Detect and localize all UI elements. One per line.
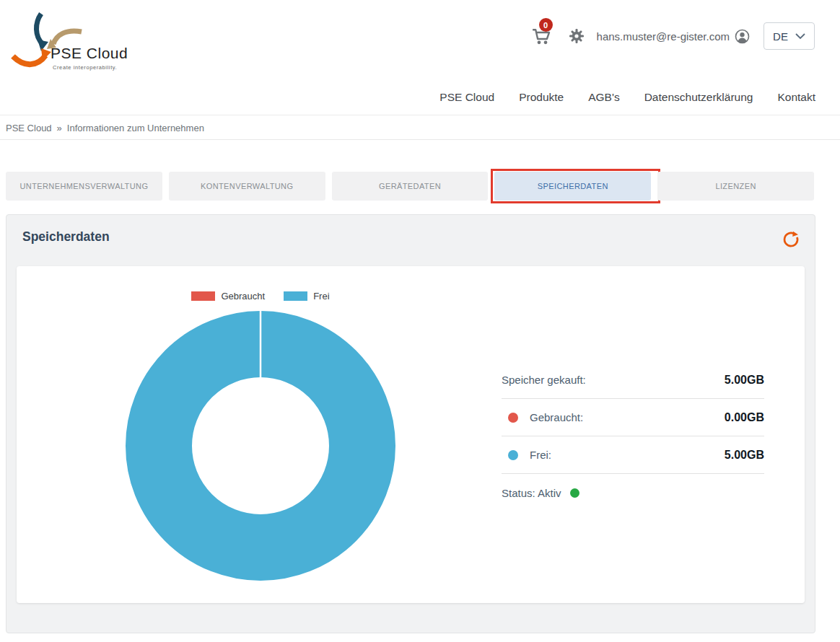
- user-email[interactable]: hans.muster@re-gister.com: [597, 30, 730, 43]
- legend-swatch-frei: [284, 291, 307, 301]
- status-active-dot: [570, 488, 579, 498]
- nav-item-kontakt[interactable]: Kontakt: [777, 91, 815, 104]
- legend-item-frei[interactable]: Frei: [284, 291, 329, 302]
- nav-item-agbs[interactable]: AGB's: [588, 91, 619, 104]
- gear-icon: [568, 27, 585, 45]
- chevron-down-icon: [795, 33, 805, 40]
- detail-label: Speicher gekauft:: [502, 374, 586, 386]
- account-button[interactable]: [734, 28, 751, 45]
- chart-legend: Gebraucht Frei: [17, 291, 504, 302]
- detail-label: Frei:: [530, 449, 551, 461]
- user-icon: [734, 28, 751, 45]
- nav-item-datenschutz[interactable]: Datenschutzerklärung: [644, 91, 753, 104]
- detail-dot: [508, 413, 518, 423]
- brand-tagline: Create interoperability.: [53, 64, 117, 71]
- refresh-icon: [782, 229, 800, 248]
- tab-unternehmensverwaltung[interactable]: UNTERNEHMENSVERWALTUNG: [6, 172, 162, 201]
- legend-item-gebraucht[interactable]: Gebraucht: [191, 291, 265, 302]
- nav-item-produkte[interactable]: Produkte: [519, 91, 564, 104]
- breadcrumb-separator: »: [57, 123, 62, 133]
- header-actions: 0 hans.muster@re-gister.com: [530, 22, 815, 50]
- detail-value: 0.00GB: [725, 411, 764, 424]
- tab-speicherdaten[interactable]: SPEICHERDATEN: [494, 172, 651, 201]
- legend-label: Gebraucht: [221, 291, 265, 302]
- main-nav: PSE Cloud Produkte AGB's Datenschutzerkl…: [0, 79, 840, 115]
- tab-geraetedaten[interactable]: GERÄTEDATEN: [332, 172, 489, 201]
- tab-label: KONTENVERWALTUNG: [201, 182, 293, 190]
- legend-label: Frei: [313, 291, 329, 302]
- cart-count-badge: 0: [539, 18, 553, 32]
- storage-details: Speicher gekauft: 5.00GB Gebraucht: 0.00…: [502, 361, 764, 509]
- nav-item-pse-cloud[interactable]: PSE Cloud: [439, 91, 494, 104]
- tab-label: LIZENZEN: [715, 182, 756, 190]
- language-selector[interactable]: DE: [764, 22, 815, 50]
- donut-chart-area: Gebraucht Frei: [17, 266, 504, 603]
- status-label: Status: Aktiv: [502, 487, 561, 499]
- settings-button[interactable]: [568, 27, 585, 45]
- tab-lizenzen[interactable]: LIZENZEN: [657, 172, 814, 201]
- pse-cloud-logo[interactable]: PSE Cloud Create interoperability.: [6, 4, 128, 76]
- status-row: Status: Aktiv: [502, 477, 764, 509]
- breadcrumb: PSE Cloud » Informationen zum Unternehme…: [0, 116, 840, 140]
- language-selected: DE: [773, 30, 788, 43]
- detail-row-speicher-gekauft: Speicher gekauft: 5.00GB: [502, 361, 764, 399]
- storage-card: Gebraucht Frei Speicher gekauft: 5.00GB: [17, 266, 805, 603]
- tab-kontenverwaltung[interactable]: KONTENVERWALTUNG: [169, 172, 325, 201]
- brand-name: PSE Cloud: [51, 45, 128, 62]
- detail-row-gebraucht: Gebraucht: 0.00GB: [502, 399, 764, 436]
- legend-swatch-gebraucht: [191, 291, 215, 301]
- detail-dot: [508, 450, 518, 460]
- tab-bar: UNTERNEHMENSVERWALTUNG KONTENVERWALTUNG …: [6, 172, 814, 201]
- tab-label: SPEICHERDATEN: [538, 182, 608, 190]
- detail-label: Gebraucht:: [530, 411, 583, 423]
- panel-title: Speicherdaten: [22, 229, 110, 245]
- detail-row-frei: Frei: 5.00GB: [502, 436, 764, 474]
- breadcrumb-current: Informationen zum Unternehmen: [67, 123, 204, 133]
- tab-label: UNTERNEHMENSVERWALTUNG: [19, 182, 148, 190]
- donut-chart: [126, 311, 395, 581]
- detail-value: 5.00GB: [725, 449, 764, 462]
- breadcrumb-root[interactable]: PSE Cloud: [6, 123, 52, 133]
- speicherdaten-panel: Speicherdaten Gebraucht Frei: [6, 214, 815, 633]
- page: PSE Cloud Create interoperability. 0: [0, 0, 840, 642]
- detail-value: 5.00GB: [725, 374, 764, 387]
- tab-label: GERÄTEDATEN: [379, 182, 441, 190]
- cart-button[interactable]: 0: [530, 25, 552, 47]
- refresh-button[interactable]: [782, 229, 800, 248]
